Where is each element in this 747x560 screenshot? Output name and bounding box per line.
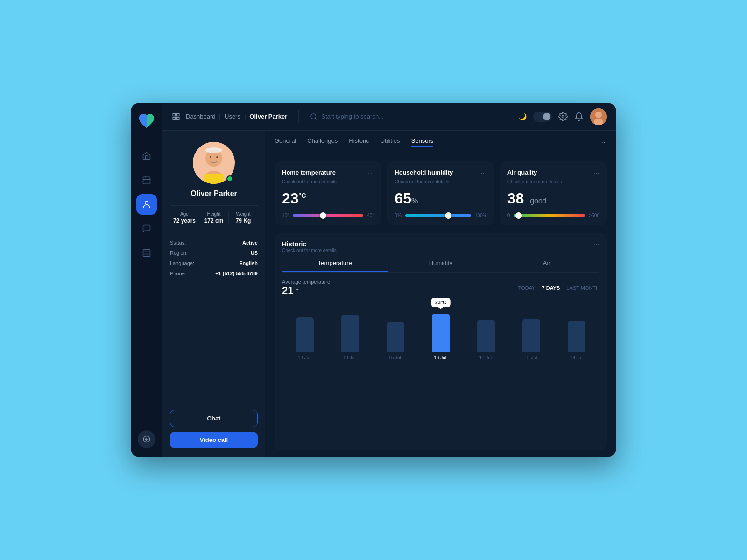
- sidebar: [131, 103, 162, 457]
- historic-tabs: Temperature Humidity Air: [282, 259, 599, 273]
- svg-rect-0: [143, 177, 150, 184]
- tab-general[interactable]: General: [275, 137, 296, 147]
- bar[interactable]: [296, 317, 314, 352]
- bar[interactable]: [477, 320, 495, 352]
- stat-age: Age 72 years: [170, 211, 199, 224]
- back-button[interactable]: [138, 430, 155, 448]
- region-value: US: [251, 250, 258, 256]
- avatar-wrap: [193, 142, 235, 184]
- bar-group[interactable]: 17 Jul.: [464, 314, 509, 360]
- bar-group[interactable]: 15 Jul.: [373, 314, 418, 360]
- tab-challenges[interactable]: Challenges: [307, 137, 338, 147]
- filter-7days[interactable]: 7 DAYS: [542, 285, 560, 291]
- detail-region: Region: US: [170, 248, 258, 258]
- app-container: Dashboard | Users | Oliver Parker Start …: [131, 103, 616, 457]
- header: Dashboard | Users | Oliver Parker Start …: [162, 103, 616, 131]
- humidity-min: 0%: [395, 213, 401, 218]
- chat-button[interactable]: Chat: [170, 410, 258, 427]
- air-card-subtitle: Check out for more details: [507, 179, 599, 184]
- air-card-title: Air quality: [507, 169, 537, 176]
- user-avatar[interactable]: [590, 108, 607, 125]
- chart-header: Average temperature 21°C TODAY 7 DAYS LA…: [282, 279, 599, 297]
- header-actions: 🌙: [519, 108, 607, 125]
- breadcrumb-dashboard[interactable]: Dashboard: [186, 113, 216, 120]
- sidebar-item-notes[interactable]: [136, 243, 157, 263]
- tab-utilities[interactable]: Utilities: [381, 137, 400, 147]
- bar[interactable]: [387, 322, 404, 352]
- sidebar-logo[interactable]: [137, 112, 156, 133]
- language-value: English: [239, 260, 258, 266]
- tab-more[interactable]: ...: [602, 137, 607, 147]
- stat-weight-value: 79 Kg: [229, 217, 258, 224]
- filter-today[interactable]: TODAY: [518, 285, 536, 291]
- sidebar-item-calendar[interactable]: [136, 170, 157, 190]
- region-label: Region:: [170, 250, 188, 256]
- historic-title: Historic: [282, 240, 337, 248]
- bell-icon[interactable]: [574, 112, 584, 121]
- video-call-button[interactable]: Video call: [170, 432, 258, 448]
- stat-age-label: Age: [170, 211, 199, 217]
- air-card-menu[interactable]: ···: [593, 169, 599, 177]
- temp-value: 23°C: [282, 190, 374, 207]
- humidity-card-menu[interactable]: ···: [480, 169, 486, 177]
- search-box[interactable]: Start typing to search...: [310, 113, 513, 120]
- temp-card-subtitle: Check out for more details: [282, 179, 374, 184]
- phone-value: +1 (512) 555-6789: [215, 271, 258, 276]
- temp-max: 40°: [367, 213, 374, 218]
- right-panel: General Challenges Historic Utilities Se…: [265, 131, 616, 457]
- historic-tab-temperature[interactable]: Temperature: [282, 259, 388, 272]
- settings-icon[interactable]: [558, 112, 568, 121]
- air-slider[interactable]: [514, 214, 585, 217]
- temp-min: 10°: [282, 213, 289, 218]
- svg-point-14: [562, 115, 564, 118]
- bar[interactable]: [522, 319, 540, 352]
- profile-details: Status: Active Region: US Language: Engl…: [170, 238, 258, 279]
- bar-group[interactable]: 14 Jul.: [327, 314, 373, 360]
- stat-weight-label: Weight: [229, 211, 258, 217]
- sidebar-item-users[interactable]: [136, 194, 157, 215]
- air-max: >500: [589, 213, 599, 218]
- sensor-cards: Home temperature ··· Check out for more …: [275, 161, 607, 225]
- bar[interactable]: [568, 321, 585, 352]
- humidity-slider[interactable]: [405, 214, 471, 217]
- svg-point-23: [205, 147, 222, 153]
- temp-slider[interactable]: [293, 214, 363, 217]
- temp-card-menu[interactable]: ···: [368, 169, 374, 177]
- dark-mode-toggle[interactable]: [533, 112, 552, 122]
- humidity-card-subtitle: Check out for more details: [395, 179, 486, 184]
- stat-weight: Weight 79 Kg: [229, 211, 258, 224]
- humidity-value: 65%: [395, 190, 486, 207]
- bar[interactable]: [341, 315, 359, 352]
- bar-label: 15 Jul.: [388, 355, 402, 360]
- svg-rect-12: [177, 117, 179, 119]
- sensors-content: Home temperature ··· Check out for more …: [265, 154, 616, 457]
- bar-group[interactable]: 13 Jul.: [282, 314, 327, 360]
- historic-tab-air[interactable]: Air: [493, 259, 599, 272]
- historic-menu[interactable]: ···: [593, 240, 599, 249]
- historic-tab-humidity[interactable]: Humidity: [388, 259, 494, 272]
- stat-age-value: 72 years: [170, 217, 199, 224]
- profile-stats: Age 72 years Height 172 cm Weight 79 Kg: [170, 205, 258, 230]
- chart-avg: 21°C: [282, 285, 330, 297]
- bar-label: 16 Jul.: [434, 355, 447, 360]
- svg-rect-10: [177, 113, 179, 116]
- bar-label: 19 Jul.: [570, 355, 584, 360]
- tab-sensors[interactable]: Sensors: [411, 137, 434, 147]
- active-bar[interactable]: 23°C: [432, 314, 450, 352]
- svg-rect-24: [204, 174, 224, 184]
- tab-historic[interactable]: Historic: [349, 137, 369, 147]
- bar-group[interactable]: 23°C16 Jul.: [418, 314, 463, 360]
- sidebar-item-home[interactable]: [136, 146, 157, 166]
- profile-panel: Oliver Parker Age 72 years Height 172 cm…: [162, 131, 265, 457]
- stat-height: Height 172 cm: [199, 211, 229, 224]
- stat-height-label: Height: [199, 211, 228, 217]
- breadcrumb-users[interactable]: Users: [225, 113, 240, 120]
- language-label: Language:: [170, 260, 194, 266]
- bar-label: 14 Jul.: [343, 355, 357, 360]
- bar-group[interactable]: 18 Jul.: [509, 314, 554, 360]
- profile-name: Oliver Parker: [190, 189, 237, 198]
- detail-phone: Phone: +1 (512) 555-6789: [170, 268, 258, 279]
- sidebar-item-chat[interactable]: [136, 218, 157, 239]
- filter-lastmonth[interactable]: LAST MONTH: [566, 285, 599, 291]
- bar-group[interactable]: 19 Jul.: [554, 314, 599, 360]
